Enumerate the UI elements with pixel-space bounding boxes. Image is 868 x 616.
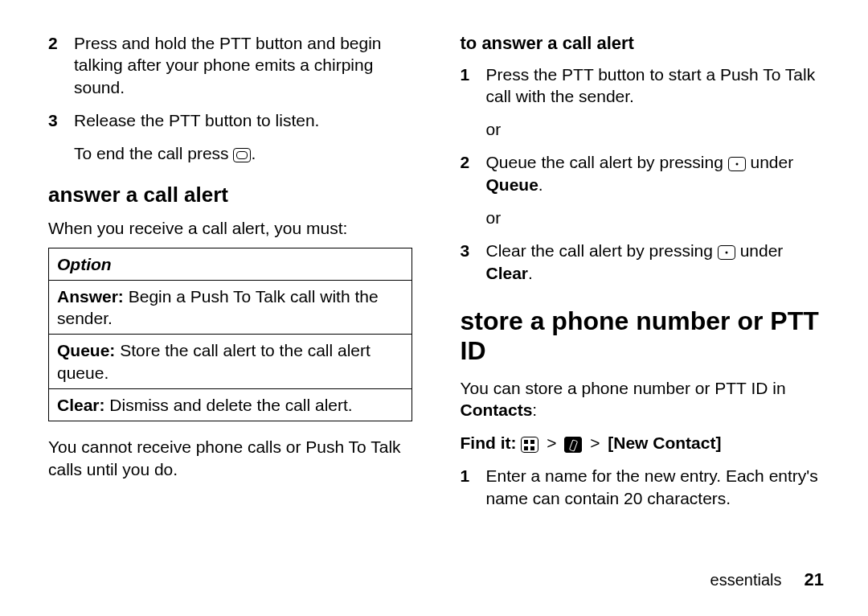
step-1: 1 Press the PTT button to start a Push T…	[461, 64, 825, 108]
text: .	[251, 144, 256, 162]
heading-answer-call-alert: answer a call alert	[48, 182, 412, 209]
end-call-line: To end the call press .	[74, 142, 412, 164]
table-row: Clear: Dismiss and delete the call alert…	[49, 389, 412, 421]
table-row: Queue: Store the call alert to the call …	[49, 335, 412, 389]
page-footer: essentials 21	[48, 569, 824, 592]
find-it-label: Find it:	[461, 433, 517, 452]
or-text: or	[486, 118, 825, 140]
text: Queue the call alert by pressing	[486, 153, 728, 171]
step-number: 3	[48, 109, 63, 131]
step-text: Clear the call alert by pressing under C…	[486, 240, 825, 284]
right-column: to answer a call alert 1 Press the PTT b…	[461, 32, 825, 561]
softkey-label: Clear	[486, 264, 529, 282]
step-text: Enter a name for the new entry. Each ent…	[486, 465, 825, 509]
or-text: or	[486, 207, 825, 228]
step-number: 1	[461, 64, 475, 108]
step-text: Press the PTT button to start a Push To …	[486, 64, 825, 108]
chevron-text: >	[547, 433, 556, 452]
page-number: 21	[805, 569, 824, 592]
end-call-icon	[233, 148, 251, 162]
intro-text: When you receive a call alert, you must:	[48, 217, 412, 239]
step-1: 1 Enter a name for the new entry. Each e…	[461, 465, 825, 509]
heading-to-answer: to answer a call alert	[461, 32, 825, 55]
table-row: Answer: Begin a Push To Talk call with t…	[49, 280, 412, 335]
options-table: Option Answer: Begin a Push To Talk call…	[48, 248, 412, 422]
option-label: Clear:	[57, 396, 105, 414]
chevron-text: >	[590, 433, 600, 452]
left-column: 2 Press and hold the PTT button and begi…	[48, 32, 412, 561]
step-3: 3 Release the PTT button to listen.	[48, 109, 412, 131]
option-label: Answer:	[57, 287, 124, 306]
contacts-icon	[564, 437, 582, 453]
new-contact-label: [New Contact]	[608, 433, 721, 452]
step-number: 1	[461, 465, 475, 509]
text: .	[528, 264, 533, 282]
find-it-line: Find it: > > [New Contact]	[461, 432, 825, 454]
step-text: Release the PTT button to listen.	[74, 109, 412, 131]
step-number: 2	[48, 32, 63, 98]
step-2: 2 Press and hold the PTT button and begi…	[48, 32, 412, 98]
text: .	[538, 175, 543, 194]
softkey-label: Queue	[486, 175, 538, 194]
table-header: Option	[49, 248, 412, 280]
store-intro: You can store a phone number or PTT ID i…	[461, 377, 825, 421]
step-text: Press and hold the PTT button and begin …	[74, 32, 412, 98]
note-text: You cannot receive phone calls or Push T…	[48, 436, 412, 480]
text: Clear the call alert by pressing	[486, 241, 718, 260]
step-number: 2	[461, 151, 475, 195]
step-2: 2 Queue the call alert by pressing under…	[461, 151, 825, 195]
contacts-label: Contacts	[461, 400, 533, 419]
menu-icon	[521, 437, 538, 453]
text: under	[746, 153, 794, 171]
text: You can store a phone number or PTT ID i…	[461, 379, 786, 397]
text: under	[735, 241, 784, 260]
step-text: Queue the call alert by pressing under Q…	[486, 151, 825, 195]
step-number: 3	[461, 240, 475, 284]
option-label: Queue:	[57, 341, 115, 359]
heading-store-number: store a phone number or PTT ID	[461, 306, 825, 366]
text: :	[532, 400, 537, 419]
step-3: 3 Clear the call alert by pressing under…	[461, 240, 825, 284]
option-text: Dismiss and delete the call alert.	[105, 396, 353, 414]
section-name: essentials	[710, 569, 782, 590]
softkey-icon	[728, 157, 746, 171]
text: To end the call press	[74, 144, 233, 162]
softkey-icon	[718, 245, 735, 260]
